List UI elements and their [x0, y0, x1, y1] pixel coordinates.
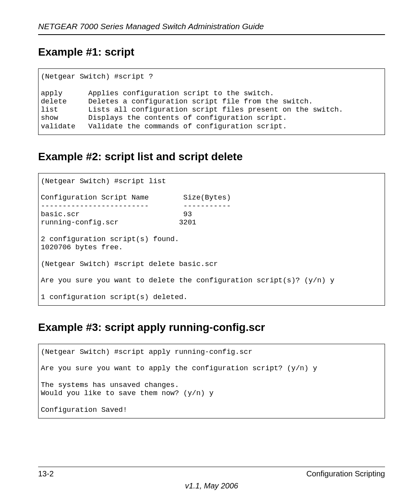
- code-block-1: (Netgear Switch) #script ? apply Applies…: [38, 68, 385, 135]
- footer-version: v1.1, May 2006: [38, 481, 385, 490]
- section-heading-2: Example #2: script list and script delet…: [38, 150, 385, 163]
- header-divider: [38, 34, 385, 35]
- code-block-3: (Netgear Switch) #script apply running-c…: [38, 344, 385, 418]
- footer-section-name: Configuration Scripting: [306, 469, 385, 478]
- section-heading-3: Example #3: script apply running-config.…: [38, 321, 385, 334]
- footer-divider: [38, 467, 385, 467]
- document-header-title: NETGEAR 7000 Series Managed Switch Admin…: [38, 22, 385, 31]
- page-footer: 13-2 Configuration Scripting v1.1, May 2…: [38, 467, 385, 490]
- code-block-2: (Netgear Switch) #script list Configurat…: [38, 173, 385, 306]
- footer-page-number: 13-2: [38, 469, 54, 478]
- page-container: NETGEAR 7000 Series Managed Switch Admin…: [0, 0, 420, 504]
- footer-row: 13-2 Configuration Scripting: [38, 469, 385, 478]
- section-heading-1: Example #1: script: [38, 46, 385, 58]
